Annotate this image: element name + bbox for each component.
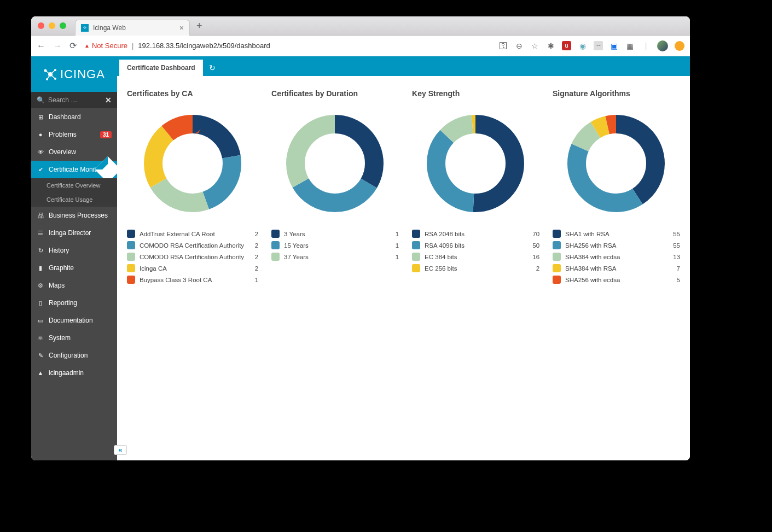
chart-legend: SHA1 with RSA55SHA256 with RSA55SHA384 w… [553,230,680,284]
legend-value: 1 [248,277,258,283]
legend-swatch [127,230,135,238]
nav-label: Certificate Monitoring [49,166,111,173]
legend-row[interactable]: Buypass Class 3 Root CA1 [127,276,258,284]
legend-row[interactable]: RSA 2048 bits70 [412,230,539,238]
address-bar[interactable]: Not Secure | 192.168.33.5/icingaweb2/x50… [84,42,491,50]
legend-row[interactable]: SHA1 with RSA55 [553,230,680,238]
tab-title: Icinga Web [93,24,126,32]
chart-legend: 3 Years115 Years137 Years1 [271,230,399,261]
sidebar-item-configuration[interactable]: ✎Configuration [31,347,117,364]
sidebar-item-history[interactable]: ↻History [31,242,117,259]
chart-icon[interactable]: 〰 [594,41,603,50]
sidebar-item-overview[interactable]: 👁Overview [31,143,117,161]
profile-avatar[interactable] [657,40,668,51]
mac-titlebar: ⟡ Icinga Web × + [31,16,690,36]
legend-value: 2 [248,254,258,260]
nav-icon: ▭ [37,317,44,324]
reload-button[interactable]: ⟳ [69,40,77,51]
nav-icon: ↻ [37,247,44,254]
zoom-icon[interactable]: ⊖ [514,41,524,50]
legend-row[interactable]: SHA256 with ecdsa5 [553,276,680,284]
nav-label: Problems [49,131,77,138]
sidebar-item-icinga-director[interactable]: ☰Icinga Director [31,224,117,242]
sidebar-item-problems[interactable]: ●Problems31 [31,126,117,143]
sidebar-item-maps[interactable]: ⚙Maps [31,277,117,294]
star-icon[interactable]: ☆ [530,41,539,50]
sidebar-item-certificate-overview[interactable]: Certificate Overview [31,178,117,192]
nav-icon: ⚙ [37,282,44,289]
search-clear-icon[interactable]: ✕ [105,96,112,104]
browser-window: ⟡ Icinga Web × + ← → ⟳ Not Secure | 192.… [31,16,690,460]
logo-icon [43,67,57,81]
globe-icon[interactable]: ◉ [578,41,587,50]
sidebar-search[interactable]: 🔍 Search … ✕ [31,92,117,108]
legend-label: Icinga CA [140,265,244,272]
legend-label: COMODO RSA Certification Authority [140,242,244,249]
legend-swatch [553,264,561,272]
legend-row[interactable]: COMODO RSA Certification Authority2 [127,241,258,249]
legend-value: 1 [389,231,399,237]
sidebar-item-icingaadmin[interactable]: ▲icingaadmin [31,364,117,382]
legend-row[interactable]: 15 Years1 [271,241,399,249]
legend-value: 13 [670,254,680,260]
nav-label: Dashboard [49,113,81,121]
legend-row[interactable]: AddTrust External CA Root2 [127,230,258,238]
refresh-button[interactable]: ↻ [203,60,222,76]
legend-row[interactable]: SHA256 with RSA55 [553,241,680,249]
nav-label: Configuration [49,352,88,359]
legend-row[interactable]: Icinga CA2 [127,264,258,272]
ublock-icon[interactable]: u [562,41,571,50]
back-button[interactable]: ← [37,41,45,51]
chart-title: Certificates by CA [127,89,258,98]
legend-label: COMODO RSA Certification Authority [140,254,244,260]
donut-chart [276,104,394,222]
minimize-window-button[interactable] [49,22,55,29]
bug-icon[interactable]: ✱ [546,41,555,50]
legend-swatch [553,253,561,261]
legend-row[interactable]: 3 Years1 [271,230,399,238]
sidebar: ICINGA 🔍 Search … ✕ ⊞Dashboard●Problems3… [31,56,117,460]
orange-notify-icon[interactable] [675,41,684,51]
nav-label: System [49,334,71,342]
tab-favicon: ⟡ [81,24,89,32]
sidebar-item-reporting[interactable]: ▯Reporting [31,294,117,312]
legend-swatch [271,253,280,261]
forward-button[interactable]: → [53,41,62,51]
chart-title: Certificates by Duration [271,89,399,98]
legend-row[interactable]: RSA 4096 bits50 [412,241,539,249]
legend-label: 3 Years [284,231,385,237]
sidebar-item-system[interactable]: ⚛System [31,329,117,347]
content-tab-dashboard[interactable]: Certificate Dashboard [119,60,203,76]
legend-row[interactable]: 37 Years1 [271,253,399,261]
legend-swatch [127,241,135,249]
close-window-button[interactable] [38,22,44,29]
legend-row[interactable]: SHA384 with RSA7 [553,264,680,272]
bluebox-icon[interactable]: ▣ [610,41,619,50]
key-icon[interactable]: ⚿ [498,41,508,50]
sidebar-item-certificate-usage[interactable]: Certificate Usage [31,192,117,207]
maximize-window-button[interactable] [60,22,66,29]
new-tab-button[interactable]: + [196,20,202,32]
legend-row[interactable]: EC 256 bits2 [412,264,539,272]
logo[interactable]: ICINGA [31,56,117,92]
logo-text: ICINGA [60,67,105,81]
sidebar-item-certificate-monitoring[interactable]: ✔Certificate Monitoring [31,161,117,178]
legend-row[interactable]: EC 384 bits16 [412,253,539,261]
legend-swatch [412,253,420,261]
sidebar-item-documentation[interactable]: ▭Documentation [31,312,117,329]
legend-swatch [127,276,135,284]
nav-icon: 品 [37,212,44,220]
legend-row[interactable]: COMODO RSA Certification Authority2 [127,253,258,261]
browser-tab[interactable]: ⟡ Icinga Web × [75,20,190,36]
nav-label: Maps [49,282,65,289]
nav-label: Business Processes [49,212,108,219]
tab-close-icon[interactable]: × [179,24,184,32]
sidebar-item-graphite[interactable]: ▮Graphite [31,259,117,277]
sidebar-item-business-processes[interactable]: 品Business Processes [31,207,117,224]
legend-swatch [271,241,280,249]
graybox-icon[interactable]: ▦ [625,41,635,50]
sidebar-collapse-button[interactable]: « [114,445,127,455]
legend-row[interactable]: SHA384 with ecdsa13 [553,253,680,261]
nav-icon: ▮ [37,265,44,272]
sidebar-item-dashboard[interactable]: ⊞Dashboard [31,108,117,126]
